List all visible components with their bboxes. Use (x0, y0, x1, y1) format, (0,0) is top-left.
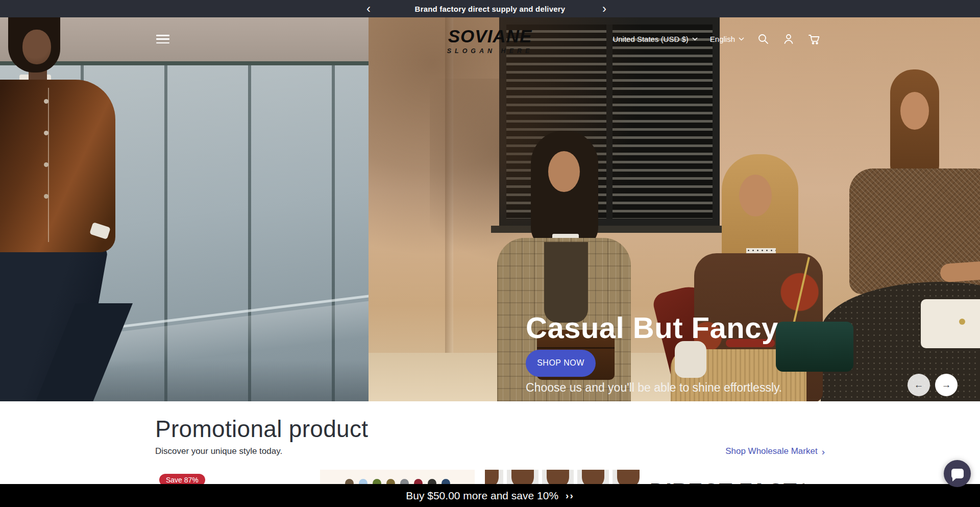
announcement-next-button[interactable]: › (599, 3, 609, 15)
language-selector[interactable]: English (710, 35, 744, 43)
account-icon (782, 33, 795, 45)
chevron-left-icon: ‹ (366, 2, 371, 15)
hero-subtitle: Choose us and you'll be able to shine ef… (526, 381, 782, 395)
carousel-nav: ← → (908, 374, 958, 396)
chevron-right-icon: › (602, 2, 606, 15)
chevron-right-icon: › (822, 447, 825, 456)
country-selector[interactable]: United States (USD $) (612, 35, 697, 43)
country-label: United States (USD $) (612, 35, 688, 43)
photo-figure-woman (921, 299, 980, 348)
section-title: Promotional product (155, 417, 980, 441)
arrow-left-icon: ← (914, 379, 924, 391)
hero-title: Casual But Fancy (526, 311, 782, 345)
logo-text: SOVIANE (447, 27, 533, 45)
bottom-bar-text: Buy $50.00 more and save 10% (406, 490, 558, 502)
announcement-text: Brand factory direct supply and delivery (415, 5, 566, 13)
chevron-down-icon (739, 37, 744, 41)
photo-figure-woman (776, 322, 853, 372)
announcement-bar: ‹ Brand factory direct supply and delive… (0, 0, 980, 17)
promo-bottom-bar[interactable]: Buy $50.00 more and save 10% ›› (0, 484, 980, 507)
header-controls: United States (USD $) English (612, 32, 821, 45)
search-icon (757, 33, 769, 45)
cart-button[interactable] (807, 32, 821, 45)
chat-widget-button[interactable] (944, 460, 971, 487)
shop-wholesale-link[interactable]: Shop Wholesale Market › (725, 446, 825, 456)
hero-content: Casual But Fancy SHOP NOW Choose us and … (526, 311, 782, 395)
hamburger-icon (156, 42, 169, 44)
chat-bubble-icon (951, 469, 964, 478)
hero-image-left (0, 17, 369, 401)
photo-figure-woman (739, 175, 772, 216)
site-header: SOVIANE SLOGAN HERE United States (USD $… (0, 17, 980, 74)
hero-carousel: SOVIANE SLOGAN HERE United States (USD $… (0, 17, 980, 401)
announcement-prev-button[interactable]: ‹ (363, 3, 374, 15)
link-label: Shop Wholesale Market (725, 446, 817, 456)
arrow-right-icon: → (942, 379, 951, 391)
section-subtitle: Discover your unique style today. (155, 446, 282, 456)
carousel-next-button[interactable]: → (935, 374, 958, 396)
search-button[interactable] (756, 32, 770, 45)
logo-tagline: SLOGAN HERE (447, 47, 533, 55)
account-button[interactable] (782, 32, 795, 45)
carousel-prev-button[interactable]: ← (908, 374, 930, 396)
shop-now-button[interactable]: SHOP NOW (526, 350, 596, 377)
double-chevron-icon: ›› (566, 490, 574, 501)
section-subtitle-row: Discover your unique style today. Shop W… (155, 446, 825, 456)
hamburger-icon (156, 35, 169, 36)
cart-icon (807, 33, 821, 45)
language-label: English (710, 35, 735, 43)
chevron-down-icon (692, 37, 698, 41)
menu-button[interactable] (156, 35, 169, 43)
hamburger-icon (156, 38, 169, 40)
photo-figure-woman (548, 151, 580, 192)
logo[interactable]: SOVIANE SLOGAN HERE (447, 27, 533, 55)
photo-figure-woman (900, 92, 929, 130)
